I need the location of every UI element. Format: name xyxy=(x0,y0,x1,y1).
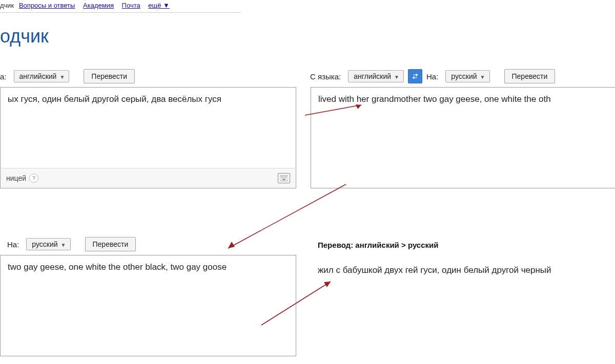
from-lang-label: С языка: xyxy=(310,72,341,81)
top-nav: дчик Вопросы и ответы Академия Почта ещё… xyxy=(0,2,173,9)
translate-button-2[interactable]: Перевести xyxy=(504,69,556,83)
source-text-3: two gay geese, one white the other black… xyxy=(1,255,296,280)
svg-rect-5 xyxy=(286,176,287,177)
nav-divider xyxy=(0,12,241,13)
svg-line-11 xyxy=(305,105,361,115)
svg-rect-2 xyxy=(282,176,283,177)
translate-button-1[interactable]: Перевести xyxy=(84,69,135,83)
app-title: одчик xyxy=(0,26,49,47)
nav-item-mail[interactable]: Почта xyxy=(122,2,140,9)
chevron-down-icon: ▼ xyxy=(394,74,399,80)
translate-button-3[interactable]: Перевести xyxy=(85,237,136,251)
svg-rect-9 xyxy=(285,178,286,178)
source-textarea-3[interactable]: two gay geese, one white the other black… xyxy=(0,255,296,356)
to-lang-value-2: русский xyxy=(451,72,477,80)
to-lang-value: английский xyxy=(19,72,57,80)
source-textarea-1[interactable]: ых гуся, один белый другой серый, два ве… xyxy=(0,87,296,188)
from-lang-value: английский xyxy=(354,72,391,80)
arrow-2 xyxy=(220,179,354,256)
svg-line-15 xyxy=(261,282,331,325)
panel2-controls: С языка: английский▼ На: русский▼ Переве… xyxy=(310,69,555,83)
panel3-controls: На: русский▼ Перевести xyxy=(7,237,136,251)
to-lang-label-3: На: xyxy=(7,240,19,249)
chevron-down-icon: ▼ xyxy=(480,74,485,80)
to-lang-select[interactable]: английский▼ xyxy=(14,70,70,82)
arrow-1 xyxy=(302,100,369,125)
nav-item-translator[interactable]: дчик xyxy=(0,2,14,9)
svg-rect-7 xyxy=(283,178,283,178)
nav-item-more[interactable]: ещё ▼ xyxy=(148,2,170,9)
arrow-3 xyxy=(256,276,338,333)
nav-item-academy[interactable]: Академия xyxy=(83,2,114,9)
svg-rect-6 xyxy=(281,178,282,178)
chevron-down-icon: ▼ xyxy=(61,242,66,248)
svg-line-13 xyxy=(228,184,346,248)
svg-marker-16 xyxy=(324,282,331,287)
svg-rect-3 xyxy=(283,176,284,177)
chevron-down-icon: ▼ xyxy=(59,74,65,80)
swap-languages-button[interactable] xyxy=(408,69,422,83)
source-text-1: ых гуся, один белый другой серый, два ве… xyxy=(1,88,296,112)
hint-text: ницей xyxy=(6,174,26,182)
to-lang-value-3: русский xyxy=(32,240,57,248)
to-lang-label: а: xyxy=(0,72,7,81)
nav-item-qa[interactable]: Вопросы и ответы xyxy=(19,2,75,9)
svg-marker-12 xyxy=(356,104,361,109)
to-lang-label-2: На: xyxy=(426,72,438,81)
svg-rect-4 xyxy=(285,176,285,177)
result-text: жил с бабушкой двух гей гуси, один белый… xyxy=(318,265,551,275)
help-icon[interactable]: ? xyxy=(29,174,38,183)
svg-rect-8 xyxy=(284,178,285,178)
to-lang-select-2[interactable]: русский▼ xyxy=(445,70,489,82)
panel1-controls: а: английский▼ Перевести xyxy=(0,69,135,83)
to-lang-select-3[interactable]: русский▼ xyxy=(26,238,70,250)
from-lang-select[interactable]: английский▼ xyxy=(348,70,404,82)
svg-rect-1 xyxy=(281,176,281,177)
